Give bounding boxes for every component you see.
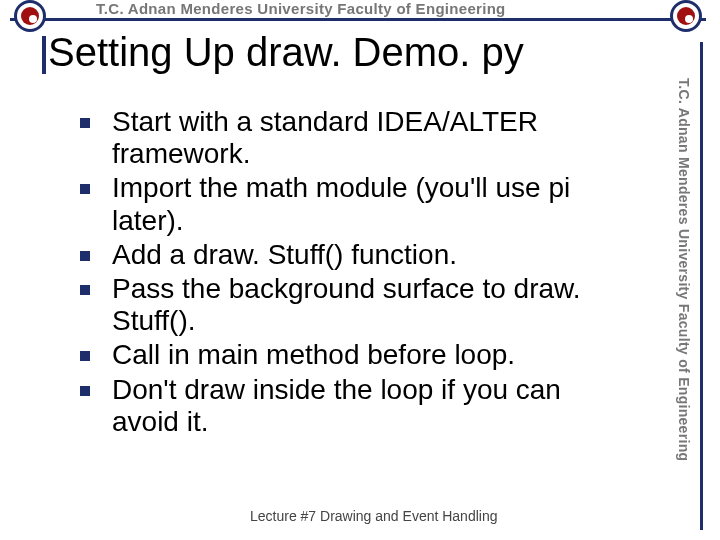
title-accent <box>42 36 46 74</box>
list-item: Pass the background surface to draw. Stu… <box>72 273 632 337</box>
bullet-text: Don't draw inside the loop if you can av… <box>112 374 561 437</box>
bullet-list: Start with a standard IDEA/ALTER framewo… <box>72 106 632 438</box>
slide-body: Start with a standard IDEA/ALTER framewo… <box>72 106 632 440</box>
university-logo-left <box>14 0 46 32</box>
slide-title: Setting Up draw. Demo. py <box>48 30 524 75</box>
top-banner: T.C. Adnan Menderes University Faculty o… <box>0 0 720 24</box>
list-item: Start with a standard IDEA/ALTER framewo… <box>72 106 632 170</box>
top-rule <box>10 18 706 21</box>
top-banner-text: T.C. Adnan Menderes University Faculty o… <box>90 0 512 17</box>
bullet-text: Pass the background surface to draw. Stu… <box>112 273 581 336</box>
side-banner-text: T.C. Adnan Menderes University Faculty o… <box>676 74 692 540</box>
university-logo-right <box>670 0 702 32</box>
bullet-text: Start with a standard IDEA/ALTER framewo… <box>112 106 538 169</box>
slide-footer: Lecture #7 Drawing and Event Handling <box>250 508 500 524</box>
list-item: Add a draw. Stuff() function. <box>72 239 632 271</box>
side-rule <box>700 42 703 530</box>
bullet-text: Import the math module (you'll use pi la… <box>112 172 570 235</box>
list-item: Don't draw inside the loop if you can av… <box>72 374 632 438</box>
side-banner: T.C. Adnan Menderes University Faculty o… <box>696 30 720 540</box>
list-item: Call in main method before loop. <box>72 339 632 371</box>
bullet-text: Call in main method before loop. <box>112 339 515 370</box>
list-item: Import the math module (you'll use pi la… <box>72 172 632 236</box>
bullet-text: Add a draw. Stuff() function. <box>112 239 457 270</box>
